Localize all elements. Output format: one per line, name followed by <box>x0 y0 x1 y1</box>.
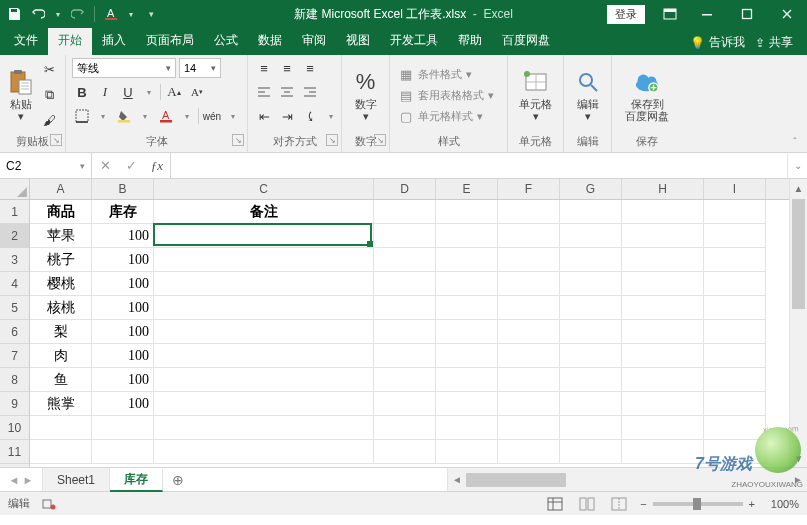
paste-button[interactable]: 粘贴▾ <box>6 58 35 132</box>
cell-F6[interactable] <box>498 320 560 344</box>
cell-H2[interactable] <box>622 224 704 248</box>
save-to-cloud-button[interactable]: 保存到百度网盘 <box>618 58 676 132</box>
cell-B1[interactable]: 库存 <box>92 200 154 224</box>
font-color-button[interactable]: A <box>156 106 176 126</box>
tab-百度网盘[interactable]: 百度网盘 <box>492 27 560 55</box>
tab-插入[interactable]: 插入 <box>92 27 136 55</box>
cell-B9[interactable]: 100 <box>92 392 154 416</box>
zoom-level[interactable]: 100% <box>761 498 799 510</box>
maximize-button[interactable] <box>727 0 767 28</box>
row-header-9[interactable]: 9 <box>0 392 29 416</box>
cell-B10[interactable] <box>92 416 154 440</box>
decrease-indent-icon[interactable]: ⇤ <box>254 106 274 126</box>
cell-D6[interactable] <box>374 320 436 344</box>
undo-icon[interactable] <box>30 6 46 22</box>
tell-me-button[interactable]: 💡告诉我 <box>690 34 745 51</box>
clipboard-launcher-icon[interactable]: ↘ <box>50 134 62 146</box>
copy-icon[interactable]: ⧉ <box>39 85 59 105</box>
cell-F8[interactable] <box>498 368 560 392</box>
conditional-format-button[interactable]: ▦条件格式 ▾ <box>396 65 496 83</box>
col-header-E[interactable]: E <box>436 179 498 199</box>
cell-E6[interactable] <box>436 320 498 344</box>
cell-A8[interactable]: 鱼 <box>30 368 92 392</box>
hscroll-right-icon[interactable]: ► <box>789 474 807 485</box>
format-as-table-button[interactable]: ▤套用表格格式 ▾ <box>396 86 496 104</box>
tab-视图[interactable]: 视图 <box>336 27 380 55</box>
collapse-ribbon-icon[interactable]: ˆ <box>787 134 803 150</box>
fill-color-dropdown-icon[interactable]: ▾ <box>137 106 153 126</box>
scroll-up-icon[interactable]: ▲ <box>790 179 807 197</box>
col-header-B[interactable]: B <box>92 179 154 199</box>
cell-B11[interactable] <box>92 440 154 464</box>
cell-F4[interactable] <box>498 272 560 296</box>
cell-F10[interactable] <box>498 416 560 440</box>
font-color-qat-dropdown-icon[interactable]: ▾ <box>127 6 135 22</box>
cell-A4[interactable]: 樱桃 <box>30 272 92 296</box>
cell-G4[interactable] <box>560 272 622 296</box>
select-all-button[interactable] <box>0 179 30 200</box>
row-header-6[interactable]: 6 <box>0 320 29 344</box>
tab-开始[interactable]: 开始 <box>48 27 92 55</box>
row-header-10[interactable]: 10 <box>0 416 29 440</box>
cell-D7[interactable] <box>374 344 436 368</box>
cell-I2[interactable] <box>704 224 766 248</box>
tab-页面布局[interactable]: 页面布局 <box>136 27 204 55</box>
cell-D4[interactable] <box>374 272 436 296</box>
cell-E8[interactable] <box>436 368 498 392</box>
col-header-C[interactable]: C <box>154 179 374 199</box>
align-left-icon[interactable] <box>254 82 274 102</box>
borders-dropdown-icon[interactable]: ▾ <box>95 106 111 126</box>
cell-I5[interactable] <box>704 296 766 320</box>
page-break-view-icon[interactable] <box>608 495 630 513</box>
cell-D5[interactable] <box>374 296 436 320</box>
col-header-G[interactable]: G <box>560 179 622 199</box>
cell-H11[interactable] <box>622 440 704 464</box>
cell-D2[interactable] <box>374 224 436 248</box>
cell-B2[interactable]: 100 <box>92 224 154 248</box>
cell-G5[interactable] <box>560 296 622 320</box>
cell-H9[interactable] <box>622 392 704 416</box>
cell-A6[interactable]: 梨 <box>30 320 92 344</box>
tab-帮助[interactable]: 帮助 <box>448 27 492 55</box>
cell-C4[interactable] <box>154 272 374 296</box>
row-header-1[interactable]: 1 <box>0 200 29 224</box>
align-right-icon[interactable] <box>300 82 320 102</box>
close-button[interactable] <box>767 0 807 28</box>
font-launcher-icon[interactable]: ↘ <box>232 134 244 146</box>
underline-button[interactable]: U <box>118 82 138 102</box>
cell-G3[interactable] <box>560 248 622 272</box>
horizontal-scrollbar[interactable]: ◄ ► <box>447 468 807 491</box>
alignment-launcher-icon[interactable]: ↘ <box>326 134 338 146</box>
cell-I9[interactable] <box>704 392 766 416</box>
font-size-combo[interactable]: 14 <box>179 58 221 78</box>
cell-E10[interactable] <box>436 416 498 440</box>
cell-I4[interactable] <box>704 272 766 296</box>
cell-F2[interactable] <box>498 224 560 248</box>
cell-G7[interactable] <box>560 344 622 368</box>
cell-G1[interactable] <box>560 200 622 224</box>
scroll-thumb[interactable] <box>792 199 805 309</box>
cell-A10[interactable] <box>30 416 92 440</box>
cell-F5[interactable] <box>498 296 560 320</box>
cell-E9[interactable] <box>436 392 498 416</box>
col-header-D[interactable]: D <box>374 179 436 199</box>
cell-E3[interactable] <box>436 248 498 272</box>
sheet-nav-prev-icon[interactable]: ◄ <box>8 474 20 486</box>
cell-F7[interactable] <box>498 344 560 368</box>
macro-record-icon[interactable] <box>42 497 56 511</box>
hscroll-left-icon[interactable]: ◄ <box>448 474 466 485</box>
cell-A3[interactable]: 桃子 <box>30 248 92 272</box>
italic-button[interactable]: I <box>95 82 115 102</box>
row-header-4[interactable]: 4 <box>0 272 29 296</box>
cell-I3[interactable] <box>704 248 766 272</box>
cell-B7[interactable]: 100 <box>92 344 154 368</box>
cell-H10[interactable] <box>622 416 704 440</box>
insert-function-icon[interactable]: ƒx <box>144 158 170 174</box>
cell-D9[interactable] <box>374 392 436 416</box>
cell-D10[interactable] <box>374 416 436 440</box>
cell-E2[interactable] <box>436 224 498 248</box>
page-layout-view-icon[interactable] <box>576 495 598 513</box>
qat-customize-icon[interactable]: ▾ <box>143 6 159 22</box>
underline-dropdown-icon[interactable]: ▾ <box>141 82 157 102</box>
cell-F11[interactable] <box>498 440 560 464</box>
